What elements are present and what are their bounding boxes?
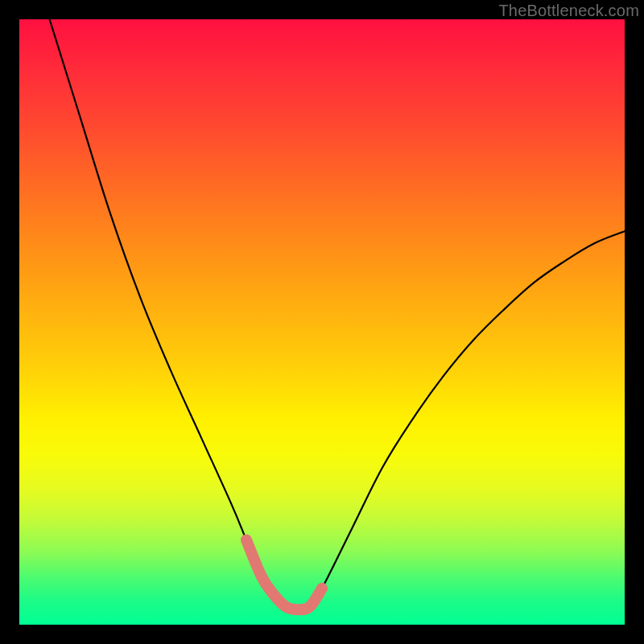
plot-area [19, 19, 625, 625]
watermark-label: TheBottleneck.com [498, 2, 639, 20]
main-curve [50, 19, 625, 609]
trough-highlight [246, 540, 322, 610]
chart-frame: TheBottleneck.com [0, 0, 644, 644]
chart-svg [19, 19, 625, 625]
